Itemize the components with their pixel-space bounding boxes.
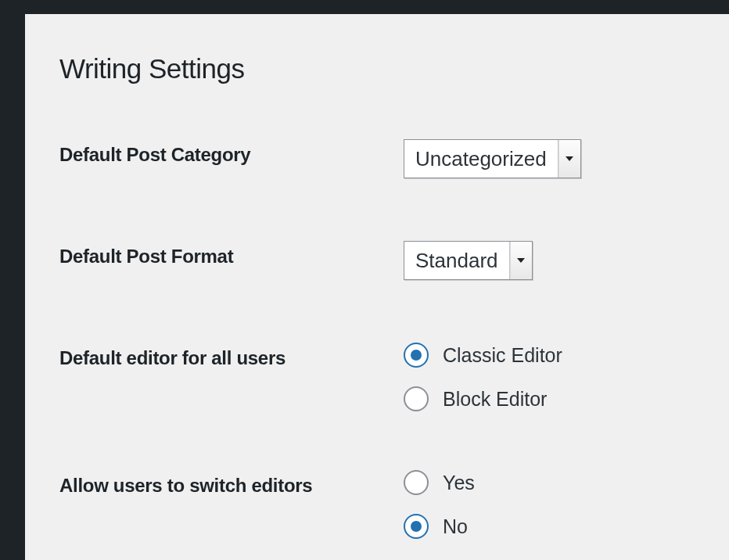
- admin-sidebar: [0, 14, 25, 560]
- radio-icon: [404, 514, 429, 539]
- control-default-post-format: Standard: [404, 241, 695, 280]
- radio-icon: [404, 343, 429, 368]
- row-default-post-format: Default Post Format Standard: [59, 241, 695, 280]
- label-default-post-format: Default Post Format: [59, 241, 404, 267]
- control-default-post-category: Uncategorized: [404, 139, 695, 178]
- select-default-post-format[interactable]: Standard: [404, 241, 533, 280]
- select-value: Standard: [404, 242, 510, 279]
- radio-icon: [404, 386, 429, 411]
- control-default-editor: Classic Editor Block Editor: [404, 343, 695, 411]
- radio-label: Classic Editor: [443, 344, 562, 367]
- row-default-editor: Default editor for all users Classic Edi…: [59, 343, 695, 411]
- select-default-post-category[interactable]: Uncategorized: [404, 139, 581, 178]
- control-allow-switch: Yes No: [404, 470, 695, 539]
- chevron-down-icon: [558, 140, 580, 178]
- radio-icon: [404, 470, 429, 495]
- select-value: Uncategorized: [404, 140, 558, 178]
- page-title: Writing Settings: [59, 53, 695, 84]
- settings-content: Writing Settings Default Post Category U…: [25, 14, 729, 560]
- admin-top-bar: [0, 0, 729, 14]
- svg-marker-0: [566, 156, 573, 161]
- radio-label: Block Editor: [443, 388, 547, 411]
- radio-classic-editor[interactable]: Classic Editor: [404, 343, 695, 368]
- radio-label: Yes: [443, 472, 475, 494]
- label-default-post-category: Default Post Category: [59, 139, 404, 166]
- label-allow-switch: Allow users to switch editors: [59, 470, 404, 497]
- radio-group-default-editor: Classic Editor Block Editor: [404, 343, 695, 411]
- svg-marker-1: [517, 258, 525, 263]
- radio-block-editor[interactable]: Block Editor: [404, 386, 695, 411]
- label-default-editor: Default editor for all users: [59, 343, 404, 369]
- radio-label: No: [443, 515, 468, 538]
- chevron-down-icon: [510, 242, 532, 279]
- radio-allow-switch-no[interactable]: No: [404, 514, 695, 539]
- radio-group-allow-switch: Yes No: [404, 470, 695, 539]
- radio-allow-switch-yes[interactable]: Yes: [404, 470, 695, 495]
- row-allow-switch: Allow users to switch editors Yes No: [59, 470, 695, 539]
- row-default-post-category: Default Post Category Uncategorized: [59, 139, 695, 178]
